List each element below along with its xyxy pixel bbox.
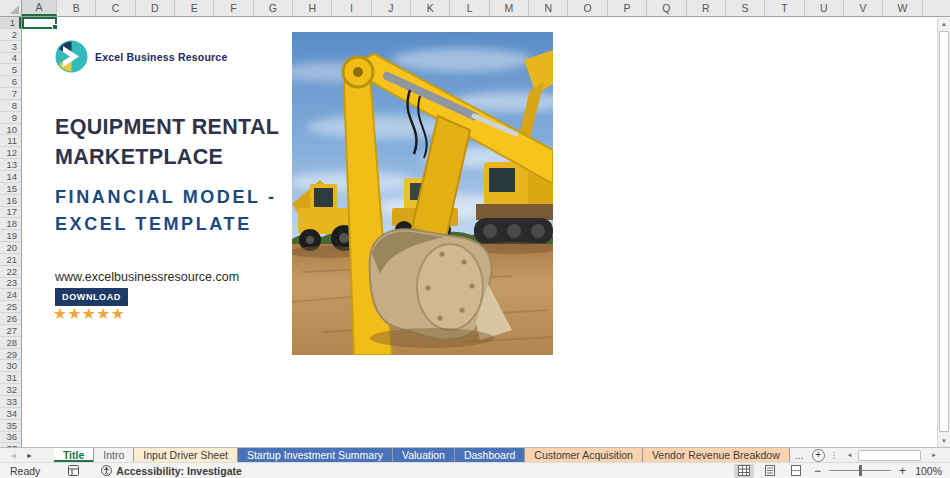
scroll-up-icon[interactable]: ▲	[938, 17, 950, 30]
row-header-28[interactable]: 28	[0, 337, 21, 349]
sheet-tabs: TitleIntroInput Driver SheetStartup Inve…	[54, 448, 790, 462]
column-header-E[interactable]: E	[175, 0, 214, 16]
row-header-3[interactable]: 3	[0, 41, 21, 53]
row-header-34[interactable]: 34	[0, 408, 21, 420]
row-header-17[interactable]: 17	[0, 207, 21, 219]
zoom-slider-handle[interactable]	[859, 465, 862, 476]
accessibility-status[interactable]: Accessibility: Investigate	[101, 465, 241, 477]
tab-nav-right-icon[interactable]: ►	[26, 452, 33, 459]
row-header-33[interactable]: 33	[0, 396, 21, 408]
column-header-V[interactable]: V	[844, 0, 883, 16]
row-header-1[interactable]: 1	[0, 17, 21, 29]
row-header-16[interactable]: 16	[0, 195, 21, 207]
column-header-R[interactable]: R	[687, 0, 726, 16]
tab-scroll-separator-icon[interactable]: ⋮	[825, 448, 844, 462]
row-header-18[interactable]: 18	[0, 218, 21, 230]
tab-navigation: ◄ ►	[0, 448, 42, 462]
column-header-S[interactable]: S	[726, 0, 765, 16]
horizontal-scrollbar[interactable]: ◄ ►	[844, 449, 940, 461]
zoom-slider[interactable]	[829, 465, 891, 476]
column-header-I[interactable]: I	[332, 0, 371, 16]
zoom-level[interactable]: 100%	[914, 465, 942, 477]
vertical-scrollbar[interactable]: ▲ ▼	[937, 17, 950, 447]
row-header-10[interactable]: 10	[0, 124, 21, 136]
column-header-T[interactable]: T	[765, 0, 804, 16]
column-header-W[interactable]: W	[883, 0, 922, 16]
row-header-30[interactable]: 30	[0, 360, 21, 372]
macro-record-icon[interactable]	[68, 465, 79, 476]
row-header-7[interactable]: 7	[0, 88, 21, 100]
row-header-27[interactable]: 27	[0, 325, 21, 337]
row-header-13[interactable]: 13	[0, 159, 21, 171]
horizontal-scroll-track[interactable]	[856, 450, 929, 461]
column-header-K[interactable]: K	[411, 0, 450, 16]
column-header-A[interactable]: A	[22, 0, 57, 16]
row-header-14[interactable]: 14	[0, 171, 21, 183]
row-header-32[interactable]: 32	[0, 384, 21, 396]
column-header-C[interactable]: C	[96, 0, 135, 16]
selected-cell-a1[interactable]	[22, 17, 57, 29]
row-header-22[interactable]: 22	[0, 266, 21, 278]
select-all-corner[interactable]	[0, 0, 22, 17]
sheet-tab-startup-investment-summary[interactable]: Startup Investment Summary	[238, 448, 393, 462]
column-header-M[interactable]: M	[490, 0, 529, 16]
zoom-in-button[interactable]: +	[897, 464, 908, 478]
column-header-Q[interactable]: Q	[647, 0, 686, 16]
sheet-tab-valuation[interactable]: Valuation	[393, 448, 455, 462]
row-header-35[interactable]: 35	[0, 420, 21, 432]
scroll-down-icon[interactable]: ▼	[938, 434, 950, 447]
normal-view-button[interactable]	[734, 464, 754, 478]
column-header-O[interactable]: O	[568, 0, 607, 16]
scroll-left-icon[interactable]: ◄	[844, 452, 856, 458]
column-header-H[interactable]: H	[293, 0, 332, 16]
row-header-31[interactable]: 31	[0, 372, 21, 384]
vertical-scroll-thumb[interactable]	[939, 31, 949, 432]
column-header-P[interactable]: P	[608, 0, 647, 16]
column-header-F[interactable]: F	[214, 0, 253, 16]
add-sheet-button[interactable]: +	[812, 449, 825, 462]
column-header-U[interactable]: U	[805, 0, 844, 16]
row-header-21[interactable]: 21	[0, 254, 21, 266]
row-header-26[interactable]: 26	[0, 313, 21, 325]
row-header-19[interactable]: 19	[0, 230, 21, 242]
sheet-tab-intro[interactable]: Intro	[94, 448, 134, 462]
row-header-12[interactable]: 12	[0, 147, 21, 159]
column-header-N[interactable]: N	[529, 0, 568, 16]
row-header-29[interactable]: 29	[0, 349, 21, 361]
row-header-2[interactable]: 2	[0, 29, 21, 41]
tab-nav-left-icon[interactable]: ◄	[10, 452, 17, 459]
sheet-tab-dashboard[interactable]: Dashboard	[455, 448, 525, 462]
column-header-G[interactable]: G	[254, 0, 293, 16]
horizontal-scroll-thumb[interactable]	[858, 450, 922, 461]
website-url: www.excelbusinessresource.com	[55, 270, 239, 284]
star-icon: ★	[53, 305, 67, 322]
column-header-D[interactable]: D	[136, 0, 175, 16]
scroll-right-icon[interactable]: ►	[928, 452, 940, 458]
sheet-tab-title[interactable]: Title	[54, 448, 94, 462]
page-layout-view-button[interactable]	[760, 464, 780, 478]
zoom-out-button[interactable]: −	[812, 464, 823, 478]
sheet-canvas[interactable]: Excel Business Resource EQUIPMENT RENTAL…	[22, 17, 937, 447]
sheet-tab-vendor-revenue-breakdow[interactable]: Vendor Revenue Breakdow	[643, 448, 790, 462]
column-header-J[interactable]: J	[372, 0, 411, 16]
row-header-6[interactable]: 6	[0, 76, 21, 88]
tab-overflow-indicator[interactable]: ...	[790, 448, 809, 462]
row-header-23[interactable]: 23	[0, 278, 21, 290]
row-header-8[interactable]: 8	[0, 100, 21, 112]
sheet-tab-input-driver-sheet[interactable]: Input Driver Sheet	[134, 448, 238, 462]
row-header-20[interactable]: 20	[0, 242, 21, 254]
download-button[interactable]: DOWNLOAD	[55, 288, 128, 306]
row-header-9[interactable]: 9	[0, 112, 21, 124]
sheet-tab-customer-acquisition[interactable]: Customer Acquisition	[525, 448, 643, 462]
row-header-5[interactable]: 5	[0, 64, 21, 76]
column-header-L[interactable]: L	[450, 0, 489, 16]
row-header-25[interactable]: 25	[0, 301, 21, 313]
row-header-36[interactable]: 36	[0, 432, 21, 444]
column-header-B[interactable]: B	[57, 0, 96, 16]
row-header-15[interactable]: 15	[0, 183, 21, 195]
page-break-view-button[interactable]	[786, 464, 806, 478]
row-header-4[interactable]: 4	[0, 53, 21, 65]
row-header-11[interactable]: 11	[0, 135, 21, 147]
subtitle-line1: FINANCIAL MODEL -	[55, 184, 277, 211]
row-header-24[interactable]: 24	[0, 289, 21, 301]
